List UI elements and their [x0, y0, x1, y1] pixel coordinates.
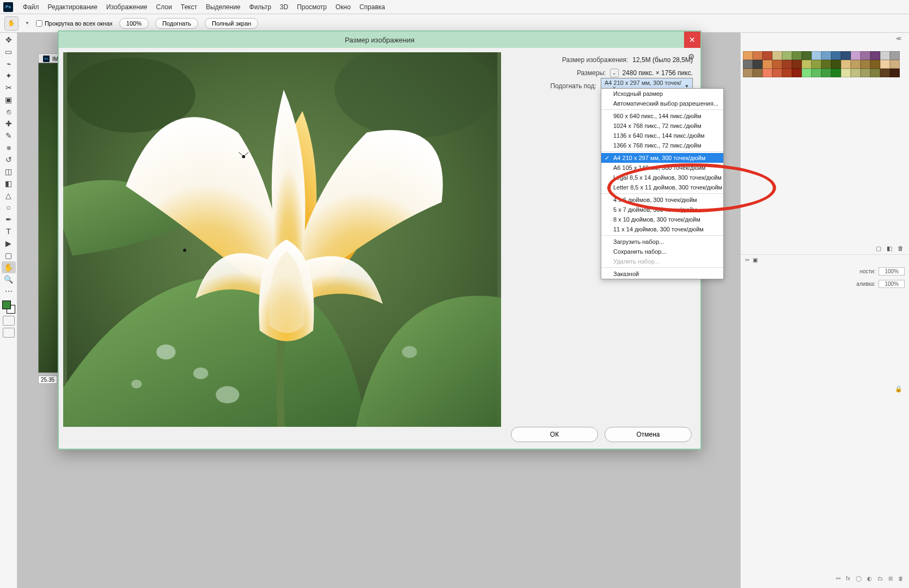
edit-toolbar[interactable]: ⋯	[2, 285, 16, 297]
swatch[interactable]	[870, 69, 880, 77]
menu-Фильтр[interactable]: Фильтр	[245, 3, 276, 11]
swatch[interactable]	[743, 69, 753, 77]
swatch[interactable]	[851, 69, 861, 77]
preset-custom[interactable]: Заказной	[601, 269, 723, 279]
blur-tool[interactable]: △	[2, 189, 16, 201]
brush-tool[interactable]: ✎	[2, 130, 16, 142]
zoom-value[interactable]: 100%	[119, 18, 149, 29]
quickmask-toggle[interactable]	[3, 316, 15, 326]
swatch[interactable]	[812, 69, 821, 77]
swatch[interactable]	[753, 69, 762, 77]
menu-Просмотр[interactable]: Просмотр	[292, 3, 331, 11]
menu-Выделение[interactable]: Выделение	[202, 3, 245, 11]
stamp-tool[interactable]: ⎈	[2, 142, 16, 154]
menu-Изображение[interactable]: Изображение	[102, 3, 152, 11]
lasso-tool[interactable]: ⌁	[2, 58, 16, 70]
preset-item[interactable]: A6 105 x 148 мм, 300 точек/дюйм	[601, 163, 723, 173]
swatch[interactable]	[782, 60, 792, 69]
mask-icon[interactable]: ▣	[753, 257, 758, 263]
menu-Окно[interactable]: Окно	[331, 3, 355, 11]
adjustment-icon[interactable]: ◐	[867, 575, 872, 581]
swatch[interactable]	[890, 60, 900, 69]
swatch[interactable]	[821, 51, 831, 60]
new-layer-icon[interactable]: ⊞	[888, 575, 893, 581]
preset-save[interactable]: Сохранить набор...	[601, 247, 723, 256]
swatch[interactable]	[841, 51, 851, 60]
swatch[interactable]	[870, 60, 880, 69]
eraser-tool[interactable]: ◫	[2, 166, 16, 177]
folder-icon[interactable]: 🗀	[877, 575, 883, 581]
preset-item[interactable]: Letter 8,5 x 11 дюймов, 300 точек/дюйм	[601, 182, 723, 192]
swatch[interactable]	[841, 60, 851, 69]
trash-icon[interactable]: 🗑	[898, 245, 904, 252]
panel-icon[interactable]: ◧	[887, 245, 892, 252]
swatch[interactable]	[802, 51, 812, 60]
swatch[interactable]	[861, 51, 870, 60]
preset-item[interactable]: 8 x 10 дюймов, 300 точек/дюйм	[601, 215, 723, 224]
preset-item[interactable]: Исходный размер	[601, 89, 723, 99]
swatch[interactable]	[880, 60, 890, 69]
swatch[interactable]	[753, 60, 762, 69]
magic-wand-tool[interactable]: ✦	[2, 70, 16, 82]
fx-icon[interactable]: fx	[846, 575, 850, 581]
preset-item[interactable]: Автоматический выбор разрешения...	[601, 99, 723, 108]
swatch[interactable]	[772, 51, 782, 60]
swatch[interactable]	[792, 60, 802, 69]
crop-tool[interactable]: ✂	[2, 82, 16, 94]
zoom-percent[interactable]: 25.35	[38, 376, 57, 384]
color-selector[interactable]	[2, 301, 15, 314]
menu-Текст[interactable]: Текст	[176, 3, 202, 11]
menu-Справка[interactable]: Справка	[355, 3, 389, 11]
swatch[interactable]	[812, 51, 821, 60]
type-tool[interactable]: T	[2, 225, 16, 237]
swatch[interactable]	[782, 69, 792, 77]
link-icon[interactable]: ⚯	[836, 575, 840, 581]
dialog-titlebar[interactable]: Размер изображения ✕	[59, 32, 700, 48]
swatch[interactable]	[821, 60, 831, 69]
trash-icon[interactable]: 🗑	[898, 575, 904, 581]
shape-tool[interactable]: ▢	[2, 249, 16, 261]
chevron-down-icon[interactable]: ⌄	[610, 69, 619, 77]
zoom-tool[interactable]: 🔍	[2, 273, 16, 285]
eyedropper-tool[interactable]: ⎋	[2, 106, 16, 118]
swatch[interactable]	[831, 69, 841, 77]
menu-3D[interactable]: 3D	[276, 3, 292, 11]
swatch[interactable]	[841, 69, 851, 77]
chevron-down-icon[interactable]: ▼	[25, 21, 29, 26]
preset-item[interactable]: 5 x 7 дюймов, 300 точек/дюйм	[601, 205, 723, 215]
swatch[interactable]	[782, 51, 792, 60]
scroll-all-checkbox[interactable]: Прокрутка во всех окнах	[36, 20, 113, 27]
fill-value[interactable]: 100%	[879, 280, 905, 288]
swatch[interactable]	[772, 69, 782, 77]
hand-tool-icon[interactable]: ✋	[4, 16, 19, 30]
preset-item[interactable]: A4 210 x 297 мм, 300 точек/дюйм	[601, 153, 723, 163]
preset-load[interactable]: Загрузить набор...	[601, 237, 723, 247]
swatch[interactable]	[802, 69, 812, 77]
mask-icon[interactable]: ◯	[856, 575, 862, 581]
preset-item[interactable]: Legal 8,5 x 14 дюймов, 300 точек/дюйм	[601, 173, 723, 182]
history-brush-tool[interactable]: ↺	[2, 154, 16, 166]
frame-tool[interactable]: ▣	[2, 94, 16, 106]
fit-button[interactable]: Подогнать	[155, 18, 198, 29]
swatch[interactable]	[890, 51, 900, 60]
close-button[interactable]: ✕	[684, 32, 700, 48]
swatch[interactable]	[880, 51, 890, 60]
swatch[interactable]	[870, 51, 880, 60]
swatch[interactable]	[802, 60, 812, 69]
cancel-button[interactable]: Отмена	[605, 427, 692, 442]
preset-item[interactable]: 1136 x 640 пикс., 144 пикс./дюйм	[601, 131, 723, 140]
menu-Редактирование[interactable]: Редактирование	[44, 3, 102, 11]
fit-preset-dropdown[interactable]: A4 210 x 297 мм, 300 точек/дюйм ▼ Исходн…	[601, 78, 693, 94]
gradient-tool[interactable]: ◧	[2, 177, 16, 189]
lock-icon[interactable]: 🔒	[895, 385, 902, 393]
swatch[interactable]	[762, 51, 772, 60]
menu-Слои[interactable]: Слои	[152, 3, 176, 11]
swatch[interactable]	[831, 51, 841, 60]
swatch[interactable]	[821, 69, 831, 77]
marquee-tool[interactable]: ▭	[2, 46, 16, 58]
crop-icon[interactable]: ✂	[745, 257, 749, 263]
swatch[interactable]	[772, 60, 782, 69]
swatch[interactable]	[851, 51, 861, 60]
fullscreen-button[interactable]: Полный экран	[205, 18, 258, 29]
swatch[interactable]	[792, 69, 802, 77]
